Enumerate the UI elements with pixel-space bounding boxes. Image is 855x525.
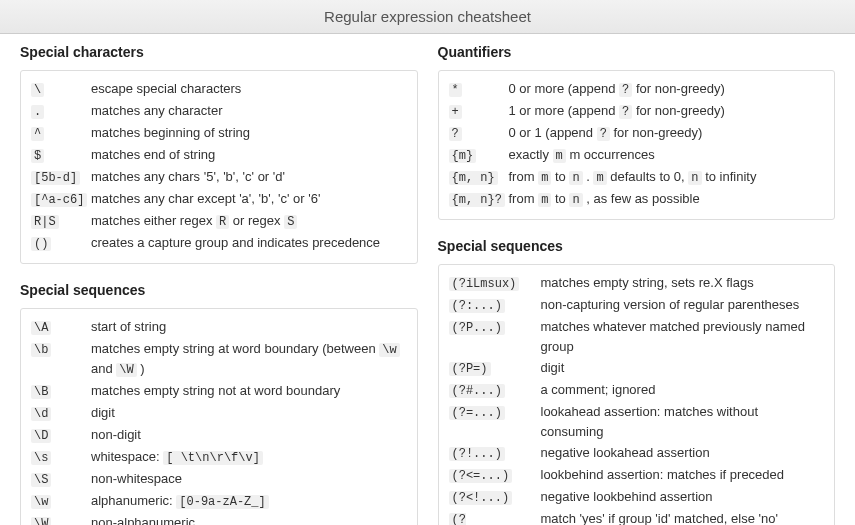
pattern-code: \b bbox=[31, 343, 51, 357]
pattern-code: {m} bbox=[449, 149, 477, 163]
cheatsheet-row: (?<=...)lookbehind assertion: matches if… bbox=[449, 465, 825, 485]
cheatsheet-row: [^a-c6]matches any char except 'a', 'b',… bbox=[31, 189, 407, 209]
pattern-code: \A bbox=[31, 321, 51, 335]
section-special-sequences-right: Special sequences (?iLmsux)matches empty… bbox=[438, 238, 836, 525]
regex-pattern: \ bbox=[31, 79, 91, 99]
regex-pattern: \D bbox=[31, 425, 91, 445]
left-column: Special characters \escape special chara… bbox=[20, 44, 418, 525]
right-column: Quantifiers *0 or more (append ? for non… bbox=[438, 44, 836, 525]
regex-description: 0 or 1 (append ? for non-greedy) bbox=[509, 123, 825, 143]
regex-pattern: (?P=) bbox=[449, 358, 541, 378]
cheatsheet-box: (?iLmsux)matches empty string, sets re.X… bbox=[438, 264, 836, 525]
cheatsheet-row: +1 or more (append ? for non-greedy) bbox=[449, 101, 825, 121]
pattern-code: \ bbox=[31, 83, 44, 97]
inline-code: S bbox=[284, 215, 297, 229]
pattern-code: + bbox=[449, 105, 462, 119]
cheatsheet-row: \Snon-whitespace bbox=[31, 469, 407, 489]
pattern-code: \w bbox=[31, 495, 51, 509]
pattern-code: \d bbox=[31, 407, 51, 421]
regex-description: 1 or more (append ? for non-greedy) bbox=[509, 101, 825, 121]
regex-description: non-alphanumeric bbox=[91, 513, 407, 525]
cheatsheet-row: (?:...)non-capturing version of regular … bbox=[449, 295, 825, 315]
regex-description: negative lookahead assertion bbox=[541, 443, 825, 463]
inline-code: n bbox=[569, 193, 582, 207]
cheatsheet-row: R|Smatches either regex R or regex S bbox=[31, 211, 407, 231]
regex-pattern: [5b-d] bbox=[31, 167, 91, 187]
section-special-sequences-left: Special sequences \Astart of string\bmat… bbox=[20, 282, 418, 525]
pattern-code: (?iLmsux) bbox=[449, 277, 520, 291]
regex-description: matches any char except 'a', 'b', 'c' or… bbox=[91, 189, 407, 209]
pattern-code: ? bbox=[449, 127, 462, 141]
regex-pattern: (?!...) bbox=[449, 443, 541, 463]
regex-description: lookahead assertion: matches without con… bbox=[541, 402, 825, 441]
regex-pattern: {m} bbox=[449, 145, 509, 165]
regex-description: a comment; ignored bbox=[541, 380, 825, 400]
content-area: Special characters \escape special chara… bbox=[0, 34, 855, 525]
regex-description: non-digit bbox=[91, 425, 407, 445]
regex-pattern: (?iLmsux) bbox=[449, 273, 541, 293]
inline-code: ? bbox=[619, 83, 632, 97]
regex-pattern: \B bbox=[31, 381, 91, 401]
regex-description: digit bbox=[541, 358, 825, 378]
regex-description: digit bbox=[91, 403, 407, 423]
pattern-code: \D bbox=[31, 429, 51, 443]
cheatsheet-row: .matches any character bbox=[31, 101, 407, 121]
cheatsheet-row: \swhitespace: [ \t\n\r\f\v] bbox=[31, 447, 407, 467]
cheatsheet-row: \walphanumeric: [0-9a-zA-Z_] bbox=[31, 491, 407, 511]
regex-description: matches whatever matched previously name… bbox=[541, 317, 825, 356]
regex-pattern: (?#...) bbox=[449, 380, 541, 400]
pattern-code: {m, n}? bbox=[449, 193, 505, 207]
section-heading: Special characters bbox=[20, 44, 418, 60]
regex-description: matches end of string bbox=[91, 145, 407, 165]
pattern-code: (?=...) bbox=[449, 406, 505, 420]
pattern-code: (?P...) bbox=[449, 321, 505, 335]
cheatsheet-row: *0 or more (append ? for non-greedy) bbox=[449, 79, 825, 99]
regex-pattern: {m, n} bbox=[449, 167, 509, 187]
pattern-code: . bbox=[31, 105, 44, 119]
page-title: Regular expression cheatsheet bbox=[0, 0, 855, 34]
cheatsheet-row: (?P...)matches whatever matched previous… bbox=[449, 317, 825, 356]
regex-description: exactly m m occurrences bbox=[509, 145, 825, 165]
regex-pattern: + bbox=[449, 101, 509, 121]
regex-pattern: (?P...) bbox=[449, 317, 541, 337]
regex-pattern: () bbox=[31, 233, 91, 253]
pattern-code: (?#...) bbox=[449, 384, 505, 398]
section-heading: Special sequences bbox=[438, 238, 836, 254]
cheatsheet-row: \Dnon-digit bbox=[31, 425, 407, 445]
cheatsheet-row: (?P=)digit bbox=[449, 358, 825, 378]
regex-description: matches any chars '5', 'b', 'c' or 'd' bbox=[91, 167, 407, 187]
inline-code: m bbox=[553, 149, 566, 163]
pattern-code: \s bbox=[31, 451, 51, 465]
cheatsheet-row: (?<!...)negative lookbehind assertion bbox=[449, 487, 825, 507]
cheatsheet-row: [5b-d]matches any chars '5', 'b', 'c' or… bbox=[31, 167, 407, 187]
inline-code: [0-9a-zA-Z_] bbox=[176, 495, 268, 509]
inline-code: \w bbox=[379, 343, 399, 357]
cheatsheet-row: $matches end of string bbox=[31, 145, 407, 165]
pattern-code: \W bbox=[31, 517, 51, 525]
inline-code: n bbox=[688, 171, 701, 185]
pattern-code: $ bbox=[31, 149, 44, 163]
inline-code: m bbox=[538, 193, 551, 207]
pattern-code: (?<=...) bbox=[449, 469, 513, 483]
regex-description: whitespace: [ \t\n\r\f\v] bbox=[91, 447, 407, 467]
regex-pattern: [^a-c6] bbox=[31, 189, 91, 209]
cheatsheet-row: \ddigit bbox=[31, 403, 407, 423]
regex-description: match 'yes' if group 'id' matched, else … bbox=[541, 509, 825, 525]
regex-description: creates a capture group and indicates pr… bbox=[91, 233, 407, 253]
regex-pattern: ^ bbox=[31, 123, 91, 143]
cheatsheet-row: (?#...)a comment; ignored bbox=[449, 380, 825, 400]
inline-code: m bbox=[593, 171, 606, 185]
cheatsheet-box: \Astart of string\bmatches empty string … bbox=[20, 308, 418, 525]
inline-code: \W bbox=[116, 363, 136, 377]
regex-description: from m to n . m defaults to 0, n to infi… bbox=[509, 167, 825, 187]
pattern-code: {m, n} bbox=[449, 171, 498, 185]
regex-pattern: * bbox=[449, 79, 509, 99]
cheatsheet-row: \Bmatches empty string not at word bound… bbox=[31, 381, 407, 401]
regex-description: from m to n , as few as possible bbox=[509, 189, 825, 209]
regex-pattern: (?<!...) bbox=[449, 487, 541, 507]
regex-description: matches empty string at word boundary (b… bbox=[91, 339, 407, 379]
cheatsheet-row: {m, n}?from m to n , as few as possible bbox=[449, 189, 825, 209]
pattern-code: \S bbox=[31, 473, 51, 487]
cheatsheet-row: \bmatches empty string at word boundary … bbox=[31, 339, 407, 379]
pattern-code: [^a-c6] bbox=[31, 193, 87, 207]
